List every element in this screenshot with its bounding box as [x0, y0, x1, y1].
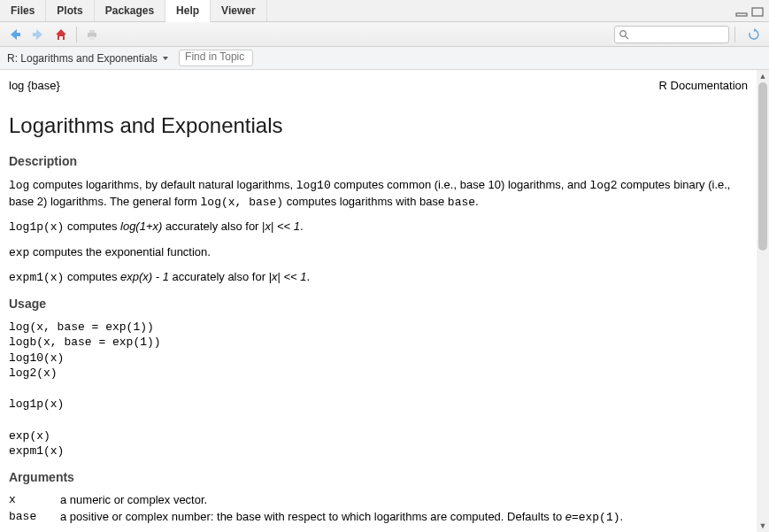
- minimize-pane-icon[interactable]: [735, 6, 748, 16]
- home-button[interactable]: [51, 25, 71, 44]
- refresh-button[interactable]: [744, 25, 764, 44]
- description-p4: expm1(x) computes exp(x) - 1 accurately …: [9, 269, 748, 286]
- page-title: Logarithms and Exponentials: [9, 113, 748, 138]
- chevron-down-icon: [163, 57, 168, 60]
- doc-header-right: R Documentation: [659, 79, 748, 92]
- tab-viewer[interactable]: Viewer: [211, 0, 266, 21]
- forward-button[interactable]: [28, 25, 48, 44]
- svg-rect-2: [16, 33, 20, 36]
- help-subbar: R: Logarithms and Exponentials: [0, 47, 769, 70]
- tab-packages[interactable]: Packages: [95, 0, 165, 21]
- pane-tabs: Files Plots Packages Help Viewer: [0, 0, 769, 22]
- help-content: log {base} R Documentation Logarithms an…: [0, 70, 757, 532]
- arg-row-base: base a positive or complex number: the b…: [9, 510, 748, 524]
- doc-header-left: log {base}: [9, 79, 60, 92]
- description-p1: log computes logarithms, by default natu…: [9, 177, 748, 210]
- description-p3: exp computes the exponential function.: [9, 244, 748, 261]
- print-button[interactable]: [82, 25, 102, 44]
- help-search-input[interactable]: [633, 28, 725, 41]
- separator: [76, 27, 77, 42]
- tab-help[interactable]: Help: [165, 0, 211, 22]
- arg-row-x: x a numeric or complex vector.: [9, 493, 748, 506]
- description-p2: log1p(x) computes log(1+x) accurately al…: [9, 219, 748, 235]
- vertical-scrollbar[interactable]: ▲ ▼: [757, 70, 769, 532]
- breadcrumb-text: R: Logarithms and Exponentials: [7, 52, 158, 65]
- back-button[interactable]: [5, 25, 25, 44]
- scroll-track[interactable]: [757, 82, 769, 520]
- breadcrumb[interactable]: R: Logarithms and Exponentials: [7, 52, 168, 65]
- separator: [734, 27, 735, 42]
- svg-line-8: [626, 35, 628, 38]
- section-arguments: Arguments: [9, 470, 748, 484]
- scroll-down-arrow[interactable]: ▼: [757, 520, 769, 532]
- section-description: Description: [9, 154, 748, 168]
- svg-rect-3: [33, 33, 37, 36]
- svg-rect-0: [736, 13, 747, 16]
- usage-block: log(x, base = exp(1)) logb(x, base = exp…: [9, 320, 748, 459]
- maximize-pane-icon[interactable]: [751, 6, 764, 16]
- find-in-topic-box[interactable]: [179, 50, 253, 66]
- find-in-topic-input[interactable]: [185, 50, 247, 63]
- section-usage: Usage: [9, 297, 748, 311]
- svg-rect-5: [89, 30, 95, 33]
- help-toolbar: [0, 22, 769, 47]
- svg-rect-1: [752, 8, 763, 16]
- svg-rect-6: [89, 36, 95, 40]
- tab-plots[interactable]: Plots: [46, 0, 94, 21]
- scroll-up-arrow[interactable]: ▲: [757, 70, 769, 82]
- scroll-thumb[interactable]: [758, 82, 767, 251]
- svg-point-7: [620, 30, 627, 36]
- search-icon: [619, 29, 629, 40]
- tab-files[interactable]: Files: [0, 0, 46, 21]
- help-search-box[interactable]: [614, 26, 729, 43]
